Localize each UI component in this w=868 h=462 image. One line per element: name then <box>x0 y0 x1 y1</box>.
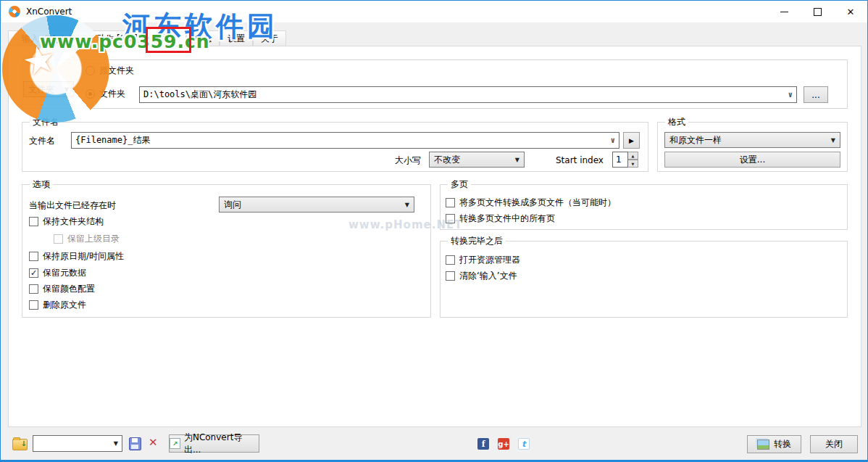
checkbox-box <box>29 217 38 226</box>
case-dropdown[interactable]: 不改变 ▼ <box>429 152 525 168</box>
browse-button[interactable]: ... <box>804 86 828 103</box>
maximize-button[interactable] <box>801 1 834 22</box>
radio-ring <box>85 66 95 75</box>
checkbox-keep-metadata[interactable]: 保留元数据 <box>29 267 86 279</box>
play-arrow-icon: ▶ <box>629 137 634 144</box>
checkbox-box <box>446 214 455 223</box>
save-preset-icon[interactable] <box>129 437 141 450</box>
checkbox-box <box>54 234 63 244</box>
output-tab-page: 输出 文件夹 ▼ 原文件夹 文件夹 D:\tools\桌面\河东软件园 ∨ ..… <box>8 46 861 427</box>
open-preset-folder-icon[interactable]: ↓ <box>12 439 28 450</box>
group-options-legend: 选项 <box>30 179 53 190</box>
checkbox-multipage-to-multipage[interactable]: 将多页文件转换成多页文件（当可能时） <box>446 197 616 209</box>
checkbox-box <box>29 252 38 261</box>
preset-dropdown[interactable]: ▼ <box>33 435 122 452</box>
pattern-menu-button[interactable]: ▶ <box>623 132 640 149</box>
checkbox-convert-all-pages[interactable]: 转换多页文件中的所有页 <box>446 213 555 225</box>
filename-pattern-combobox[interactable]: {Filename}_结果 ∨ <box>71 132 619 149</box>
chevron-down-icon: ∨ <box>610 136 615 145</box>
spin-down-icon[interactable]: ▼ <box>628 160 638 168</box>
checkbox-keep-color-profile[interactable]: 保留颜色配置 <box>29 283 95 295</box>
checkbox-box <box>446 198 455 207</box>
chevron-down-icon: ▼ <box>114 440 118 447</box>
export-nconvert-button[interactable]: ↗ 为NConvert导出... <box>169 434 259 453</box>
window-title: XnConvert <box>26 7 72 17</box>
googleplus-icon[interactable]: g+ <box>498 438 509 450</box>
checkbox-keep-date-time[interactable]: 保持原日期/时间属性 <box>29 250 124 263</box>
close-icon: ✕ <box>847 7 855 17</box>
group-output-legend: 输出 <box>30 54 53 65</box>
convert-image-icon <box>757 440 769 450</box>
export-icon: ↗ <box>170 438 180 449</box>
destination-type-dropdown[interactable]: 文件夹 ▼ <box>23 81 74 97</box>
facebook-icon[interactable]: f <box>477 438 489 450</box>
close-dialog-button[interactable]: 关闭 <box>810 435 858 453</box>
format-settings-button[interactable]: 设置... <box>664 152 840 168</box>
xnconvert-window: XnConvert ✕ 输入: 2个文件 动作 [0/0] 输出 状态 设置 关… <box>0 0 868 462</box>
checkbox-box <box>29 284 38 294</box>
tab-status[interactable]: 状态 <box>186 30 220 46</box>
close-button[interactable]: ✕ <box>834 1 867 22</box>
tab-actions[interactable]: 动作 [0/0] <box>89 30 145 46</box>
start-index-label: Start index <box>556 155 604 165</box>
checkbox-box <box>29 300 38 310</box>
tab-about[interactable]: 关于 <box>253 30 286 46</box>
spinner-buttons: ▲ ▼ <box>628 152 638 168</box>
group-after-conversion-legend: 转换完毕之后 <box>448 236 506 247</box>
chevron-down-icon: ∨ <box>788 90 793 99</box>
delete-preset-icon[interactable]: ✕ <box>149 436 158 449</box>
chevron-down-icon: ▼ <box>515 157 519 163</box>
tab-input[interactable]: 输入: 2个文件 <box>8 30 90 46</box>
file-exists-dropdown[interactable]: 询问 ▼ <box>219 197 414 213</box>
start-index-spinner[interactable]: 1 ▲ ▼ <box>612 152 638 168</box>
convert-button[interactable]: 转换 <box>747 435 801 453</box>
output-path-combobox[interactable]: D:\tools\桌面\河东软件园 ∨ <box>139 86 797 103</box>
checkbox-open-explorer[interactable]: 打开资源管理器 <box>446 254 520 266</box>
maximize-icon <box>814 8 822 16</box>
chevron-down-icon: ▼ <box>831 137 835 144</box>
checkbox-delete-original[interactable]: 删除原文件 <box>29 299 86 311</box>
chevron-down-icon: ▼ <box>64 86 69 93</box>
group-multipage-legend: 多页 <box>448 179 471 190</box>
tab-settings[interactable]: 设置 <box>220 30 253 46</box>
checkbox-box <box>446 255 455 265</box>
window-controls: ✕ <box>767 1 867 22</box>
checkbox-box <box>446 271 455 281</box>
checkbox-keep-parent-directory[interactable]: 保留上级目录 <box>54 233 120 245</box>
format-dropdown[interactable]: 和原文件一样 ▼ <box>664 132 840 148</box>
twitter-icon[interactable]: t <box>518 438 530 450</box>
checkbox-clear-input-files[interactable]: 清除‘输入’文件 <box>446 270 517 282</box>
spin-up-icon[interactable]: ▲ <box>628 152 638 160</box>
group-format-legend: 格式 <box>665 117 688 128</box>
tab-output[interactable]: 输出 <box>145 28 186 46</box>
radio-ring <box>85 89 95 99</box>
title-bar: XnConvert ✕ <box>1 1 867 22</box>
filename-label: 文件名 <box>29 136 55 146</box>
checkbox-box <box>29 268 38 278</box>
radio-output-folder[interactable]: 文件夹 <box>85 88 125 100</box>
file-exists-label: 当输出文件已经存在时 <box>29 200 116 210</box>
radio-original-folder[interactable]: 原文件夹 <box>85 65 134 77</box>
group-filename-legend: 文件名 <box>30 117 62 128</box>
start-index-value[interactable]: 1 <box>612 152 628 168</box>
chevron-down-icon: ▼ <box>405 202 409 208</box>
xnconvert-app-icon <box>9 6 20 17</box>
checkbox-keep-folder-structure[interactable]: 保持文件夹结构 <box>29 215 104 228</box>
case-label: 大小写 <box>395 155 421 165</box>
minimize-icon <box>780 12 788 12</box>
minimize-button[interactable] <box>767 1 801 22</box>
